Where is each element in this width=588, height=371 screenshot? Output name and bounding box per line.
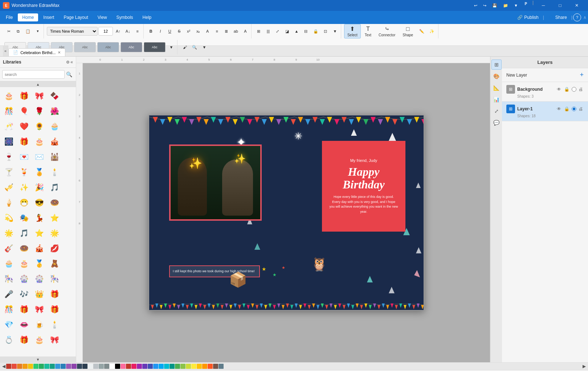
color-swatch[interactable]	[39, 364, 44, 369]
layer-lock-button[interactable]: 🔒	[563, 86, 570, 93]
color-swatch[interactable]	[213, 364, 218, 369]
group-button[interactable]: ⊡	[321, 26, 330, 36]
menu-view[interactable]: View	[93, 13, 111, 21]
list-item[interactable]: 🎤	[1, 287, 16, 301]
list-item[interactable]: 🍸	[1, 165, 16, 179]
publish-button[interactable]: 🔗Publish	[514, 13, 542, 21]
help-icon[interactable]: ?	[573, 13, 581, 21]
list-item[interactable]: 🍩	[17, 241, 31, 256]
select-tool[interactable]: ⬆ Select	[344, 24, 361, 38]
layer-print-button[interactable]: 🖨	[578, 86, 584, 93]
menu-file[interactable]: File	[1, 13, 17, 21]
scroll-up-button[interactable]: ▲	[0, 81, 76, 87]
photo-frame[interactable]: ✨ ✨	[169, 144, 262, 221]
list-item[interactable]: 💫	[1, 211, 16, 225]
color-swatch[interactable]	[33, 364, 38, 369]
list-item[interactable]: 🧁	[47, 119, 62, 134]
more-styles-button[interactable]: ▼	[167, 42, 176, 52]
color-swatch[interactable]	[197, 364, 202, 369]
list-button[interactable]: ≡	[213, 26, 221, 36]
layer-visibility-button[interactable]: 👁	[556, 86, 562, 93]
layer-print-button[interactable]: 🖨	[578, 106, 584, 112]
list-item[interactable]: 💌	[17, 150, 31, 164]
color-swatch[interactable]	[28, 364, 33, 369]
list-item[interactable]: 🍦	[1, 195, 16, 210]
color-swatch[interactable]	[142, 364, 147, 369]
list-item[interactable]: 🎺	[1, 180, 16, 195]
color-swatch[interactable]	[186, 364, 191, 369]
color-swatch[interactable]	[104, 364, 109, 369]
list-item[interactable]: 🎸	[1, 241, 16, 256]
color-swatch[interactable]	[137, 364, 142, 369]
list-item[interactable]: 🎁	[17, 134, 31, 149]
list-item[interactable]: 🍫	[47, 89, 62, 103]
minimize-button[interactable]: ─	[535, 0, 552, 11]
color-swatch[interactable]	[6, 364, 11, 369]
list-item[interactable]: 🎉	[32, 180, 46, 195]
theme-panel-button[interactable]: 🎨	[491, 71, 502, 81]
bold-button[interactable]: B	[147, 26, 155, 36]
layer-visibility-button[interactable]: 👁	[556, 106, 562, 112]
left-panel-toggle[interactable]: «	[4, 49, 7, 53]
list-item[interactable]: ✉️	[32, 150, 46, 164]
palette-left-button[interactable]: ◀	[1, 364, 6, 369]
layers-panel-button[interactable]: ⊞	[491, 60, 502, 70]
undo-button[interactable]: ↩	[472, 3, 479, 9]
font-color-button[interactable]: A	[203, 26, 212, 36]
color-swatch[interactable]	[164, 364, 169, 369]
find-replace-button[interactable]: 🔍	[190, 42, 199, 52]
color-swatch[interactable]	[202, 364, 207, 369]
library-settings-button[interactable]: ⚙	[66, 60, 70, 65]
layer-1[interactable]: ⊞ Layer-1 👁 🔒 🖨 Shapes: 18	[502, 102, 588, 121]
color-swatch[interactable]	[77, 364, 82, 369]
shape-tool[interactable]: □ Shape	[399, 24, 416, 38]
color-swatch[interactable]	[17, 364, 22, 369]
italic-button[interactable]: I	[156, 26, 165, 36]
lock-button[interactable]: 🔒	[311, 26, 320, 36]
color-swatch[interactable]	[170, 364, 175, 369]
align-button[interactable]: ≡	[133, 26, 142, 36]
pen-tool[interactable]: ✏️	[417, 26, 426, 36]
fill-button[interactable]: ▲	[292, 26, 301, 36]
list-item[interactable]: ✨	[17, 180, 31, 195]
color-swatch[interactable]	[23, 364, 28, 369]
list-item[interactable]: 🎂	[32, 134, 46, 149]
superscript-button[interactable]: x²	[184, 26, 193, 36]
list-item[interactable]: 🌻	[32, 119, 46, 134]
menu-symbols[interactable]: Symbols	[112, 13, 138, 21]
doc-tab[interactable]: 📄 Celebration Birthd... ✕	[8, 48, 65, 56]
qs-btn-5[interactable]: Abc	[97, 42, 119, 52]
copy-button[interactable]: ⧉	[14, 26, 23, 36]
color-swatch[interactable]	[82, 364, 87, 369]
list-item[interactable]: 🕯️	[47, 317, 62, 332]
more-arrange-button[interactable]: ▼	[331, 26, 339, 36]
add-layer-button[interactable]: +	[580, 71, 584, 79]
format-painter-button[interactable]: 🖌	[180, 42, 189, 52]
list-item[interactable]: 🎁	[47, 302, 62, 317]
list-item[interactable]: 🍩	[47, 195, 62, 210]
list-item[interactable]: 💍	[1, 333, 16, 347]
library-collapse-button[interactable]: «	[70, 60, 73, 65]
list-item[interactable]: 🎠	[1, 272, 16, 286]
color-swatch[interactable]	[72, 364, 77, 369]
text-style-button[interactable]: A	[241, 26, 250, 36]
menu-home[interactable]: Home	[18, 13, 38, 21]
list-item[interactable]: 🕍	[47, 150, 62, 164]
num-list-button[interactable]: ≣	[222, 26, 231, 36]
color-swatch[interactable]	[148, 364, 153, 369]
list-item[interactable]: ⭐	[32, 226, 46, 240]
color-swatch[interactable]	[12, 364, 17, 369]
highlight-button[interactable]: ab	[232, 26, 240, 36]
color-swatch[interactable]	[208, 364, 213, 369]
color-swatch[interactable]	[175, 364, 180, 369]
search-button[interactable]: 🔍	[65, 71, 74, 78]
color-swatch[interactable]	[219, 364, 224, 369]
list-item[interactable]: 🎀	[47, 333, 62, 347]
list-item[interactable]: 🎂	[32, 333, 46, 347]
list-item[interactable]: 🎀	[32, 89, 46, 103]
font-decrease-button[interactable]: A↓	[123, 26, 132, 36]
menu-help[interactable]: Help	[138, 13, 156, 21]
canvas[interactable]: ✦ ✳ ✸ ✨ ✨	[83, 63, 490, 362]
scroll-down-button[interactable]: ▼	[0, 356, 76, 362]
more-tools-button[interactable]: ▼	[200, 42, 209, 52]
